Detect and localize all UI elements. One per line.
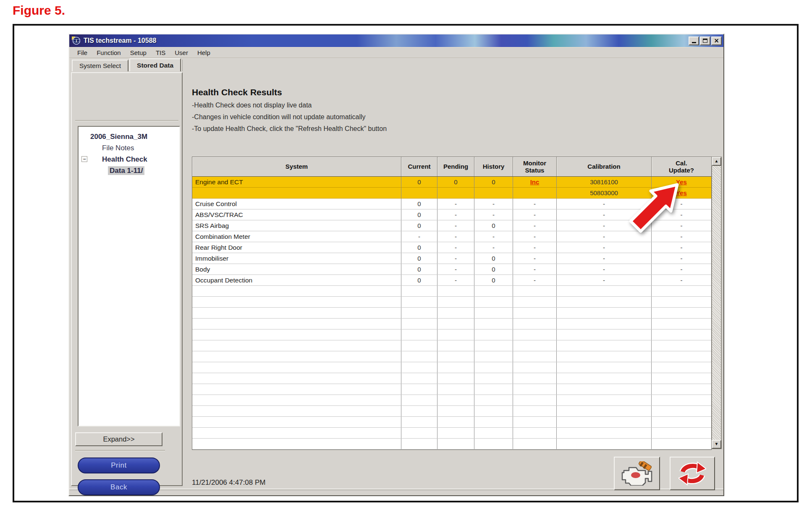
table-cell: 0 bbox=[401, 253, 437, 264]
column-header[interactable]: Pending bbox=[437, 157, 474, 176]
table-cell: - bbox=[513, 242, 557, 253]
table-cell bbox=[474, 373, 513, 384]
table-cell bbox=[557, 395, 652, 405]
menu-bar: FileFunctionSetupTISUserHelp bbox=[69, 47, 723, 58]
monitor-status-link[interactable]: Inc bbox=[530, 178, 540, 186]
table-cell bbox=[513, 297, 557, 307]
collapse-icon[interactable]: − bbox=[81, 156, 87, 162]
tree-item[interactable]: −Health Check bbox=[79, 154, 179, 165]
table-row[interactable]: Body0-0--- bbox=[192, 264, 711, 275]
table-row[interactable] bbox=[192, 428, 711, 439]
table-cell bbox=[401, 319, 437, 329]
table-cell: - bbox=[474, 209, 513, 220]
figure-caption: Figure 5. bbox=[13, 3, 65, 18]
scroll-up-button[interactable]: ▲ bbox=[712, 157, 721, 166]
table-cell: - bbox=[513, 220, 557, 231]
table-cell bbox=[437, 428, 474, 438]
table-row[interactable] bbox=[192, 329, 711, 340]
menu-item-setup[interactable]: Setup bbox=[126, 48, 151, 57]
table-cell bbox=[401, 286, 437, 296]
table-cell: 0 bbox=[474, 275, 513, 285]
column-header[interactable]: Calibration bbox=[557, 157, 652, 176]
table-cell: - bbox=[513, 209, 557, 220]
table-cell bbox=[474, 406, 513, 416]
note-line: -To update Health Check, click the "Refr… bbox=[192, 125, 387, 133]
scroll-down-button[interactable]: ▼ bbox=[712, 440, 721, 449]
table-cell: - bbox=[437, 253, 474, 264]
column-header[interactable]: System bbox=[192, 157, 401, 176]
table-row[interactable] bbox=[192, 286, 711, 297]
tab-system-select[interactable]: System Select bbox=[72, 60, 128, 71]
table-row[interactable] bbox=[192, 340, 711, 351]
table-cell bbox=[474, 439, 513, 449]
tree-item[interactable]: Data 1-11/ bbox=[79, 165, 179, 176]
table-row[interactable] bbox=[192, 362, 711, 373]
table-cell: - bbox=[513, 275, 557, 285]
report-timestamp: 11/21/2006 4:47:08 PM bbox=[192, 478, 266, 487]
table-cell bbox=[437, 329, 474, 340]
column-header[interactable]: Monitor Status bbox=[513, 157, 557, 176]
table-row[interactable]: Occupant Detection0-0--- bbox=[192, 275, 711, 286]
table-cell bbox=[401, 384, 437, 395]
table-cell bbox=[401, 417, 437, 427]
menu-item-user[interactable]: User bbox=[170, 48, 193, 57]
menu-item-file[interactable]: File bbox=[73, 48, 92, 57]
table-row[interactable] bbox=[192, 373, 711, 384]
table-scrollbar[interactable]: ▲ ▼ bbox=[712, 157, 722, 449]
table-cell bbox=[557, 417, 652, 427]
menu-item-function[interactable]: Function bbox=[92, 48, 126, 57]
table-cell: - bbox=[652, 264, 711, 274]
refresh-health-check-button[interactable] bbox=[670, 457, 715, 490]
annotation-arrow-icon bbox=[624, 180, 682, 248]
tab-stored-data[interactable]: Stored Data bbox=[129, 58, 181, 71]
column-header[interactable]: Current bbox=[401, 157, 437, 176]
print-button[interactable]: Print bbox=[78, 457, 160, 473]
table-cell bbox=[513, 384, 557, 395]
column-header[interactable]: History bbox=[474, 157, 513, 176]
note-line: -Changes in vehicle condition will not u… bbox=[192, 113, 366, 121]
minimize-button[interactable] bbox=[689, 37, 699, 45]
table-cell bbox=[474, 384, 513, 395]
table-row[interactable] bbox=[192, 417, 711, 428]
table-row[interactable] bbox=[192, 319, 711, 329]
table-cell bbox=[437, 417, 474, 427]
table-row[interactable] bbox=[192, 384, 711, 395]
table-row[interactable] bbox=[192, 406, 711, 417]
table-cell: Immobiliser bbox=[192, 253, 401, 264]
title-bar: i TIS techstream - 10588 ✕ bbox=[69, 34, 723, 47]
table-row[interactable] bbox=[192, 439, 711, 450]
maximize-button[interactable] bbox=[700, 37, 710, 45]
table-row[interactable] bbox=[192, 395, 711, 406]
health-check-button[interactable] bbox=[614, 457, 660, 490]
table-cell bbox=[513, 329, 557, 340]
expand-button[interactable]: Expand>> bbox=[75, 432, 162, 446]
scrollbar-track[interactable] bbox=[712, 166, 721, 440]
column-header[interactable]: Cal. Update? bbox=[652, 157, 711, 176]
table-cell bbox=[652, 373, 711, 384]
sidebar: 2006_Sienna_3MFile Notes−Health CheckDat… bbox=[71, 72, 183, 486]
table-row[interactable] bbox=[192, 351, 711, 362]
tree-item[interactable]: File Notes bbox=[79, 142, 179, 154]
table-row[interactable] bbox=[192, 308, 711, 319]
tree-item[interactable]: 2006_Sienna_3M bbox=[79, 131, 179, 142]
back-button[interactable]: Back bbox=[78, 479, 160, 495]
close-button[interactable]: ✕ bbox=[711, 37, 722, 45]
app-icon: i bbox=[72, 37, 80, 45]
table-row[interactable]: Immobiliser0-0--- bbox=[192, 253, 711, 264]
main-panel: Health Check Results -Health Check does … bbox=[187, 71, 723, 489]
table-cell[interactable]: Inc bbox=[513, 177, 557, 187]
menu-item-tis[interactable]: TIS bbox=[151, 48, 170, 57]
sidebar-divider bbox=[75, 120, 178, 121]
table-cell bbox=[192, 439, 401, 449]
menu-item-help[interactable]: Help bbox=[193, 48, 215, 57]
table-cell bbox=[401, 340, 437, 351]
table-cell: 0 bbox=[401, 177, 437, 187]
tab-bar: System Select Stored Data bbox=[69, 58, 723, 71]
table-cell: Occupant Detection bbox=[192, 275, 401, 285]
page-title: Health Check Results bbox=[192, 87, 282, 97]
table-cell bbox=[401, 351, 437, 362]
table-row[interactable] bbox=[192, 297, 711, 308]
table-cell bbox=[513, 439, 557, 449]
tab-label: System Select bbox=[79, 62, 121, 70]
table-cell bbox=[513, 286, 557, 296]
